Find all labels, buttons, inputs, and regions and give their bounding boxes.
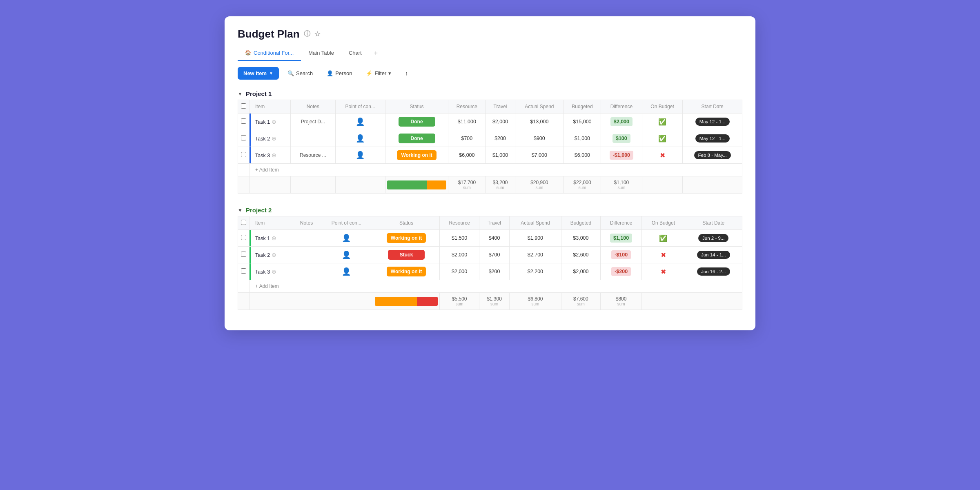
task-point-of-contact: 👤	[335, 147, 385, 164]
chevron-down-icon: ▼	[269, 71, 273, 76]
task-budgeted: $1,000	[564, 130, 601, 147]
row-checkbox	[238, 247, 249, 263]
add-subitem-button[interactable]: ⊕	[272, 268, 276, 275]
sum-label: sum	[512, 302, 558, 306]
add-item-row[interactable]: + Add Item	[238, 164, 742, 176]
person-icon: 👤	[356, 151, 365, 159]
add-subitem-button[interactable]: ⊕	[272, 135, 276, 142]
select-all-checkbox-2[interactable]	[241, 220, 246, 225]
sum-onbudget-cell	[642, 176, 682, 194]
person-button[interactable]: 👤 Person	[321, 67, 357, 80]
task-notes	[290, 130, 335, 147]
project-1-header[interactable]: ▼ Project 1	[238, 85, 742, 100]
difference-badge: $1,100	[610, 234, 632, 243]
task-actual-spend: $2,200	[510, 263, 561, 280]
col-actual: Actual Spend	[515, 100, 564, 114]
row-select[interactable]	[241, 235, 246, 240]
project-2-header[interactable]: ▼ Project 2	[238, 202, 742, 216]
task-resource: $1,500	[440, 230, 479, 247]
task-notes	[293, 230, 320, 247]
content-area: ▼ Project 1 Item Notes Point of con... S…	[225, 85, 755, 310]
info-icon[interactable]: ⓘ	[304, 30, 310, 38]
add-subitem-button[interactable]: ⊕	[272, 252, 276, 258]
sort-icon: ↕	[405, 70, 408, 76]
sum-date-cell	[685, 293, 742, 310]
project-1-table: Item Notes Point of con... Status Resour…	[238, 100, 742, 194]
tab-main-table[interactable]: Main Table	[301, 46, 341, 61]
status-badge: Done	[399, 134, 435, 143]
sum-label: sum	[566, 185, 598, 190]
sum-travel: $3,200sum	[486, 176, 515, 194]
add-subitem-button[interactable]: ⊕	[272, 235, 276, 241]
sum-label: sum	[488, 185, 512, 190]
col-actual-2: Actual Spend	[510, 216, 561, 230]
task-resource: $2,000	[440, 247, 479, 263]
sum-notes-cell	[290, 176, 335, 194]
task-notes: Project D...	[290, 114, 335, 130]
add-item-row[interactable]: + Add Item	[238, 280, 742, 293]
task-notes: Resource ...	[290, 147, 335, 164]
bar-red	[417, 297, 438, 306]
add-item-label[interactable]: + Add Item	[251, 164, 742, 176]
task-on-budget: ✅	[642, 114, 682, 130]
task-on-budget: ✅	[642, 230, 685, 247]
task-travel: $700	[479, 247, 509, 263]
col-resource-2: Resource	[440, 216, 479, 230]
sum-budgeted: $22,000sum	[564, 176, 601, 194]
tab-chart[interactable]: Chart	[341, 46, 369, 61]
task-travel: $400	[479, 230, 509, 247]
status-badge: Working on it	[397, 150, 436, 160]
select-all-checkbox[interactable]	[241, 103, 246, 109]
star-icon[interactable]: ☆	[314, 30, 320, 38]
sum-onbudget-cell	[642, 293, 685, 310]
sum-point-cell	[320, 293, 373, 310]
task-travel: $1,000	[486, 147, 515, 164]
search-button[interactable]: 🔍 Search	[282, 67, 318, 80]
col-onbudget-2: On Budget	[642, 216, 685, 230]
sum-item-cell	[251, 293, 293, 310]
task-start-date: May 12 - 1...	[683, 130, 742, 147]
tab-conditional[interactable]: 🏠 Conditional For...	[238, 46, 301, 61]
date-badge: Feb 8 - May...	[694, 151, 731, 159]
new-item-button[interactable]: New Item ▼	[238, 67, 279, 80]
row-select[interactable]	[241, 268, 246, 274]
project-2-title: Project 2	[246, 207, 272, 214]
app-container: Budget Plan ⓘ ☆ 🏠 Conditional For... Mai…	[225, 16, 755, 330]
col-notes: Notes	[290, 100, 335, 114]
task-budgeted: $6,000	[564, 147, 601, 164]
task-budgeted: $2,000	[561, 263, 600, 280]
tab-add[interactable]: +	[369, 45, 383, 61]
sum-label: sum	[482, 302, 507, 306]
col-point: Point of con...	[335, 100, 385, 114]
add-subitem-button[interactable]: ⊕	[272, 152, 276, 158]
status-badge: Working on it	[387, 267, 426, 276]
person-icon: 👤	[356, 134, 365, 143]
row-select[interactable]	[241, 135, 246, 140]
row-select[interactable]	[241, 118, 246, 124]
header-checkbox-2	[238, 216, 249, 230]
add-item-label[interactable]: + Add Item	[251, 280, 742, 293]
status-badge: Stuck	[388, 250, 425, 260]
filter-icon: ⚡	[366, 70, 372, 76]
difference-badge: -$200	[611, 267, 631, 276]
add-subitem-button[interactable]: ⊕	[272, 118, 276, 125]
sort-button[interactable]: ↕	[400, 67, 413, 80]
task-start-date: Jun 16 - 2...	[685, 263, 742, 280]
task-resource: $11,000	[448, 114, 486, 130]
sum-budgeted: $7,600sum	[561, 293, 600, 310]
col-travel-2: Travel	[479, 216, 509, 230]
row-select[interactable]	[241, 252, 246, 257]
filter-button[interactable]: ⚡ Filter ▾	[361, 67, 396, 80]
task-name: Task 2 ⊕	[251, 247, 293, 263]
col-item-2: Item	[251, 216, 293, 230]
col-travel: Travel	[486, 100, 515, 114]
task-budgeted: $3,000	[561, 230, 600, 247]
sum-date-cell	[683, 176, 742, 194]
row-select[interactable]	[241, 152, 246, 157]
on-budget-icon: ✅	[658, 118, 666, 125]
header: Budget Plan ⓘ ☆ 🏠 Conditional For... Mai…	[225, 16, 755, 61]
col-onbudget: On Budget	[642, 100, 682, 114]
sum-bar-cell	[385, 176, 448, 194]
col-startdate-2: Start Date	[685, 216, 742, 230]
difference-badge: -$1,000	[610, 151, 633, 160]
